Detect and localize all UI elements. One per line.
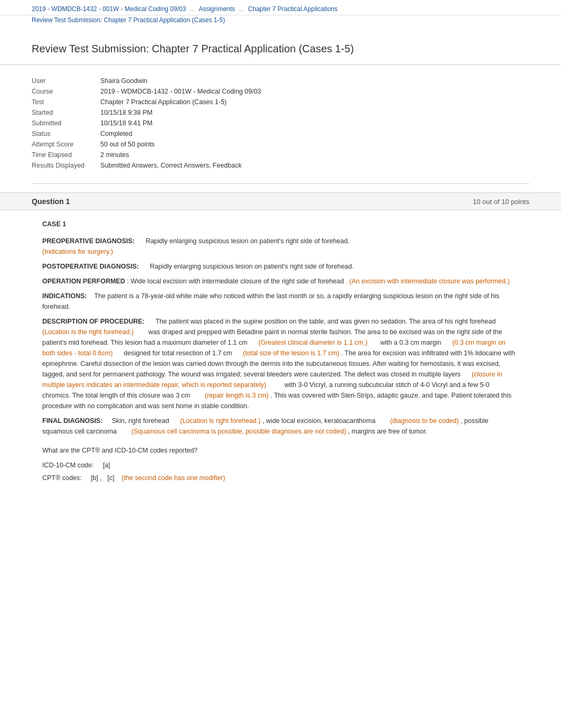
operation-highlight: . (An excision with intermediate closure… (345, 278, 510, 285)
question-what: What are the CPT® and ICD-10-CM codes re… (42, 447, 198, 454)
final-h2: (diagnosis to be coded) (390, 417, 459, 425)
breadcrumb-top: 2019 - WDMDCB-1432 - 001W - Medical Codi… (0, 0, 561, 15)
desc-text4: designed for total resection of 1.7 cm (124, 349, 232, 357)
desc-text3: with a 0.3 cm margin (380, 339, 441, 346)
icd-value: [a] (103, 462, 110, 469)
final-label: FINAL DIAGNOSIS: (42, 417, 102, 425)
submitted-value: 10/15/18 9:41 PM (100, 118, 269, 128)
breadcrumb-review-link[interactable]: Review Test Submission: Chapter 7 Practi… (32, 16, 225, 24)
user-label: User (32, 76, 100, 86)
page-title: Review Test Submission: Chapter 7 Practi… (0, 28, 561, 65)
postop-label: POSTOPERATIVE DIAGNOSIS: (42, 263, 139, 270)
status-label: Status (32, 128, 100, 139)
final-text2: , wide local excision, keratoacanthoma (263, 417, 376, 425)
cpt-value2: [c] (107, 474, 114, 482)
cpt-answer-row: CPT® codes: [b] , [c] (the second code h… (42, 473, 519, 483)
preop-highlight: (Indications for surgery.) (42, 248, 113, 255)
breadcrumb-chapter-link[interactable]: Chapter 7 Practical Applications (248, 5, 338, 13)
preop-label: PREOPERATIVE DIAGNOSIS: (42, 237, 135, 245)
cpt-sep: , (100, 474, 101, 482)
time-label: Time Elapsed (32, 150, 100, 160)
final-h1: (Location is right forehead.) (180, 417, 260, 425)
desc-h6: (repair length is 3 cm) (205, 392, 269, 399)
course-value: 2019 - WDMDCB-1432 - 001W - Medical Codi… (100, 86, 269, 97)
desc-text1: The patient was placed in the supine pos… (155, 318, 495, 325)
operation-text: : Wide local excision with intermediate … (127, 278, 344, 285)
results-value: Submitted Answers, Correct Answers, Feed… (100, 160, 269, 171)
final-text4: , margins are free of tumor. (348, 428, 427, 435)
operation-section: OPERATION PERFORMED : Wide local excisio… (42, 276, 519, 287)
started-value: 10/15/18 9:38 PM (100, 107, 269, 118)
breadcrumb-sep1: ... (190, 5, 195, 13)
postop-text: Rapidly enlarging suspicious lesion on p… (150, 263, 354, 270)
cpt-value1: [b] (91, 474, 98, 482)
attempt-value: 50 out of 50 points (100, 139, 269, 150)
time-value: 2 minutes (100, 150, 269, 160)
operation-label: OPERATION PERFORMED (42, 278, 125, 285)
course-label: Course (32, 86, 100, 97)
started-label: Started (32, 107, 100, 118)
icd-label: ICD-10-CM code: (42, 462, 94, 469)
submitted-label: Submitted (32, 118, 100, 128)
question1-label: Question 1 (32, 197, 70, 206)
results-label: Results Displayed (32, 160, 100, 171)
desc-label: DESCRIPTION OF PROCEDURE: (42, 318, 145, 325)
question1-score: 10 out of 10 points (473, 198, 529, 206)
status-value: Completed (100, 128, 269, 139)
postop-section: POSTOPERATIVE DIAGNOSIS: Rapidly enlargi… (42, 261, 519, 272)
info-table: User Shaira Goodwin Course 2019 - WDMDCB… (32, 76, 269, 171)
divider (32, 183, 529, 184)
preop-section: PREOPERATIVE DIAGNOSIS: Rapidly enlargin… (42, 236, 519, 257)
desc-h2: (Greatest clinical diameter is 1.1 cm.) (258, 339, 367, 346)
desc-h1: (Location is the right forehead.) (42, 328, 134, 336)
breadcrumb-assignments-link[interactable]: Assignments (199, 5, 235, 13)
case1-content: CASE 1 PREOPERATIVE DIAGNOSIS: Rapidly e… (42, 219, 519, 483)
breadcrumb-second: Review Test Submission: Chapter 7 Practi… (0, 15, 561, 28)
user-value: Shaira Goodwin (100, 76, 269, 86)
desc-h4: (total size of the lesion is 1.7 cm) (243, 349, 339, 357)
final-section: FINAL DIAGNOSIS: Skin, right forehead (L… (42, 416, 519, 437)
icd-answer-row: ICD-10-CM code: [a] (42, 460, 519, 471)
cpt-label: CPT® codes: (42, 474, 82, 482)
breadcrumb-course-link[interactable]: 2019 - WDMDCB-1432 - 001W - Medical Codi… (32, 5, 186, 13)
attempt-label: Attempt Score (32, 139, 100, 150)
cpt-highlight: (the second code has one modifier) (121, 474, 225, 482)
test-value: Chapter 7 Practical Application (Cases 1… (100, 97, 269, 107)
question-text: What are the CPT® and ICD-10-CM codes re… (42, 445, 519, 456)
preop-text: Rapidly enlarging suspicious lesion on p… (146, 237, 350, 245)
case1-title: CASE 1 (42, 219, 519, 229)
question1-header: Question 1 10 out of 10 points (0, 192, 561, 210)
indications-label: INDICATIONS: (42, 292, 87, 300)
indications-section: INDICATIONS: The patient is a 78-year-ol… (42, 291, 519, 312)
final-text1: Skin, right forehead (112, 417, 169, 425)
test-label: Test (32, 97, 100, 107)
final-h3: (Squamous cell carcinoma is possible, po… (132, 428, 346, 435)
breadcrumb-sep2: ... (239, 5, 244, 13)
desc-section: DESCRIPTION OF PROCEDURE: The patient wa… (42, 316, 519, 411)
indications-text: The patient is a 78-year-old white male … (42, 292, 499, 310)
